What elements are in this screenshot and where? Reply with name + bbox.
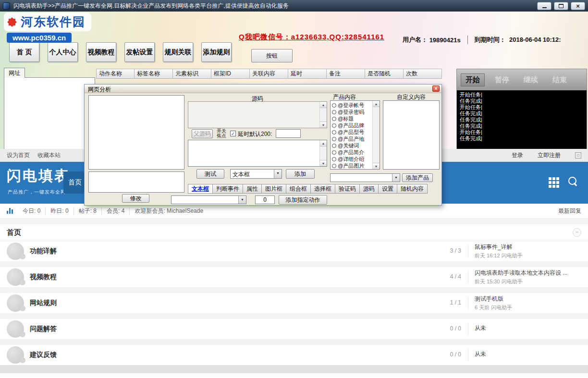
element-list-textarea[interactable] xyxy=(88,95,184,170)
forum-name[interactable]: 网站规则 xyxy=(30,299,57,307)
product-select[interactable]: ▼ xyxy=(330,173,400,182)
close-button[interactable]: × xyxy=(571,2,585,10)
minimize-button[interactable] xyxy=(537,2,551,10)
column-frame-id[interactable]: 框架ID xyxy=(211,69,250,79)
url-list[interactable] xyxy=(4,77,95,151)
column-element-id[interactable]: 元素标识 xyxy=(173,69,211,79)
button-demo-button[interactable]: 按钮 xyxy=(251,49,293,62)
scroll-up-icon[interactable]: ▲ xyxy=(320,140,327,146)
column-count[interactable]: 次数 xyxy=(404,69,442,79)
register-link[interactable]: 立即注册 xyxy=(538,151,561,159)
search-icon[interactable] xyxy=(568,176,579,188)
forum-name[interactable]: 问题解答 xyxy=(30,325,57,333)
start-button[interactable]: 开始 xyxy=(461,73,485,86)
product-option[interactable]: @关键词 xyxy=(332,142,378,149)
tab-attribute[interactable]: 属性 xyxy=(243,184,262,194)
scrollbar[interactable]: ▲ ▼ xyxy=(319,140,327,166)
product-option[interactable]: @产品型号 xyxy=(332,129,378,135)
forum-row[interactable]: 视频教程 4 / 4 闪电填表助手读取本地文本内容设 ... 前天 15:30 … xyxy=(0,267,588,287)
tab-image-box[interactable]: 图片框 xyxy=(261,184,286,194)
latest-reply-link[interactable]: 最新回复 xyxy=(558,207,581,215)
column-random[interactable]: 是否随机 xyxy=(365,69,404,79)
last-post-title[interactable]: 闪电填表助手读取本地文本内容设 ... xyxy=(475,269,588,277)
pause-button[interactable]: 暂停 xyxy=(490,74,514,86)
element-detail-textarea[interactable] xyxy=(88,171,184,193)
element-type-select[interactable]: 文本框 ▼ xyxy=(230,169,282,179)
add-product-button[interactable]: 添加产品 xyxy=(402,173,433,182)
scroll-up-icon[interactable]: ▲ xyxy=(320,102,327,108)
dialog-titlebar[interactable]: 网页分析 × xyxy=(85,85,441,93)
add-button[interactable]: 添加 xyxy=(286,169,315,179)
site-logo[interactable]: 闪电填表 xyxy=(7,166,70,186)
tab-select-box[interactable]: 选择框 xyxy=(310,184,335,194)
forum-name[interactable]: 视频教程 xyxy=(30,273,57,281)
collapse-icon[interactable]: − xyxy=(573,228,581,237)
product-content-list[interactable]: @登录帐号 @登录密码 @标题 @产品品牌 @产品型号 @产品产地 @关键词 @… xyxy=(330,100,380,170)
scroll-up-icon[interactable]: ▲ xyxy=(373,101,380,107)
product-option[interactable]: @详细介绍 xyxy=(332,156,378,162)
forum-row[interactable]: 建议反馈 0 / 0 从未 xyxy=(0,345,588,365)
add-specified-action-button[interactable]: 添加指定动作 xyxy=(279,195,327,205)
forum-row[interactable]: 功能详解 3 / 3 鼠标事件_详解 前天 16:12 闪电助手 xyxy=(0,241,588,261)
product-option[interactable]: @标题 xyxy=(332,115,378,122)
nav-profile-button[interactable]: 个人中心 xyxy=(48,42,78,62)
scroll-down-icon[interactable]: ▼ xyxy=(320,160,327,166)
tab-judge-event[interactable]: 判断事件 xyxy=(212,184,243,194)
apps-grid-icon[interactable] xyxy=(549,177,559,188)
tab-settings[interactable]: 设置 xyxy=(378,184,397,194)
scrollbar[interactable]: ▲ ▼ xyxy=(319,102,327,128)
selected-source-box[interactable]: ▲ ▼ xyxy=(188,140,327,167)
tab-url[interactable]: 网址 xyxy=(4,68,25,78)
forum-name[interactable]: 建议反馈 xyxy=(30,351,57,359)
tab-random-content[interactable]: 随机内容 xyxy=(397,184,428,194)
column-related-content[interactable]: 关联内容 xyxy=(250,69,288,79)
column-delay[interactable]: 延时 xyxy=(288,69,327,79)
nav-video-tutorial-button[interactable]: 视频教程 xyxy=(86,42,116,62)
column-remark[interactable]: 备注 xyxy=(327,69,365,79)
tab-source[interactable]: 源码 xyxy=(359,184,379,194)
scroll-down-icon[interactable]: ▼ xyxy=(373,163,380,169)
login-link[interactable]: 登录 xyxy=(512,151,523,159)
delay-input[interactable] xyxy=(276,129,301,138)
resume-button[interactable]: 继续 xyxy=(519,74,542,86)
last-post-title[interactable]: 测试手机版 xyxy=(475,295,588,303)
product-option[interactable]: @登录密码 xyxy=(332,109,378,115)
forum-count: 0 / 0 xyxy=(438,351,461,358)
fullscreen-icon[interactable] xyxy=(575,152,581,159)
favorite-link[interactable]: 收藏本站 xyxy=(37,151,61,159)
forum-row[interactable]: 网站规则 1 / 1 测试手机版 6 天前 闪电助手 xyxy=(0,293,588,313)
delay-checkbox[interactable]: ✓ xyxy=(230,131,236,136)
custom-content-list[interactable] xyxy=(383,100,440,170)
product-option[interactable]: @产品产地 xyxy=(332,135,378,142)
nav-post-settings-button[interactable]: 发帖设置 xyxy=(124,42,155,62)
product-option[interactable]: @产品品牌 xyxy=(332,122,378,129)
tab-textbox[interactable]: 文本框 xyxy=(188,184,213,194)
scroll-down-icon[interactable]: ▼ xyxy=(320,122,327,128)
test-button[interactable]: 测试 xyxy=(196,169,224,179)
nav-home-button[interactable]: 首 页 xyxy=(9,42,39,62)
source-code-box[interactable]: ▲ ▼ xyxy=(188,101,327,128)
tab-captcha[interactable]: 验证码 xyxy=(335,184,360,194)
scrollbar[interactable]: ▲ ▼ xyxy=(372,101,380,169)
modify-button[interactable]: 修改 xyxy=(122,194,149,203)
tab-combo-box[interactable]: 组合框 xyxy=(286,184,311,194)
parent-source-button[interactable]: 父源码 xyxy=(192,129,213,138)
nav-rule-association-button[interactable]: 规则关联 xyxy=(163,42,193,62)
menu-home[interactable]: 首页 xyxy=(63,171,86,194)
forum-last-post: 鼠标事件_详解 前天 16:12 闪电助手 xyxy=(475,243,588,259)
product-option[interactable]: @产品简介 xyxy=(332,149,378,156)
count-input[interactable] xyxy=(255,195,275,204)
column-action-name[interactable]: 动作名称 xyxy=(96,69,135,79)
maximize-button[interactable] xyxy=(554,2,568,10)
last-post-title[interactable]: 鼠标事件_详解 xyxy=(475,243,588,251)
product-option[interactable]: @产品图片 xyxy=(332,162,378,169)
stop-button[interactable]: 结束 xyxy=(548,74,571,86)
forum-row[interactable]: 问题解答 0 / 0 从未 xyxy=(0,319,588,339)
action-select[interactable]: ▼ xyxy=(171,195,246,204)
set-home-link[interactable]: 设为首页 xyxy=(7,151,30,159)
nav-add-rule-button[interactable]: 添加规则 xyxy=(201,42,232,62)
column-tag-name[interactable]: 标签名称 xyxy=(135,69,173,79)
forum-name[interactable]: 功能详解 xyxy=(30,247,57,256)
dialog-close-button[interactable]: × xyxy=(432,85,440,92)
product-option[interactable]: @登录帐号 xyxy=(332,102,378,109)
